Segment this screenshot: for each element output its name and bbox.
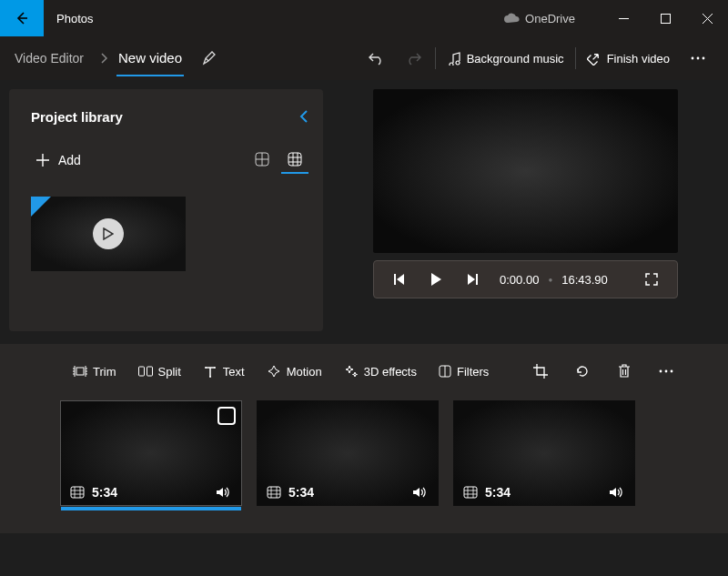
split-button[interactable]: Split — [129, 357, 190, 386]
split-icon — [138, 365, 153, 378]
storyboard-panel: Trim Split Text Motion 3D effects Filter… — [0, 344, 728, 533]
video-preview[interactable] — [373, 89, 678, 253]
svg-point-3 — [703, 57, 705, 60]
prev-frame-button[interactable] — [383, 261, 416, 298]
collapse-library-button[interactable] — [299, 110, 308, 123]
play-icon — [103, 227, 114, 240]
svg-point-15 — [660, 370, 662, 373]
grid-large-icon — [255, 152, 269, 167]
trim-button[interactable]: Trim — [64, 357, 126, 386]
maximize-button[interactable] — [644, 0, 686, 36]
undo-icon — [368, 51, 384, 66]
background-music-label: Background music — [467, 52, 564, 66]
svg-rect-20 — [464, 487, 477, 498]
chevron-right-icon — [100, 53, 107, 64]
rotate-button[interactable] — [563, 357, 602, 386]
prev-frame-icon — [393, 273, 406, 286]
next-frame-button[interactable] — [456, 261, 489, 298]
minimize-icon — [619, 14, 629, 24]
arrow-left-icon — [15, 11, 29, 25]
svg-rect-19 — [268, 487, 280, 498]
music-icon — [447, 51, 461, 66]
clip-duration: 5:34 — [92, 485, 117, 500]
play-button[interactable] — [420, 261, 452, 298]
svg-rect-8 — [76, 368, 84, 375]
time-separator: ● — [548, 276, 552, 284]
view-large-button[interactable] — [248, 147, 276, 174]
crop-icon — [533, 364, 548, 379]
add-label: Add — [58, 153, 81, 167]
trash-icon — [618, 364, 631, 379]
filmstrip-icon — [70, 486, 85, 499]
fullscreen-icon — [645, 273, 658, 286]
pencil-icon — [202, 51, 217, 66]
volume-icon — [609, 486, 625, 499]
storyboard-more-button[interactable] — [647, 357, 685, 386]
export-icon — [587, 51, 602, 66]
used-marker-icon — [31, 197, 51, 217]
svg-rect-5 — [288, 153, 301, 166]
minimize-button[interactable] — [602, 0, 644, 36]
text-icon — [203, 365, 217, 378]
rename-button[interactable] — [202, 51, 217, 66]
rotate-icon — [575, 364, 590, 379]
svg-rect-18 — [71, 487, 84, 498]
plus-icon — [36, 154, 49, 167]
library-clip-thumbnail[interactable] — [31, 197, 186, 271]
current-time: 0:00.00 — [500, 273, 539, 287]
svg-rect-7 — [476, 274, 478, 285]
redo-button[interactable] — [395, 36, 433, 80]
svg-point-12 — [214, 367, 216, 369]
selection-checkbox[interactable] — [217, 407, 236, 425]
finish-video-button[interactable]: Finish video — [578, 36, 679, 80]
motion-icon — [267, 364, 281, 379]
undo-button[interactable] — [357, 36, 395, 80]
more-icon — [659, 369, 673, 373]
svg-rect-10 — [147, 367, 152, 376]
storyboard-toolbar: Trim Split Text Motion 3D effects Filter… — [0, 351, 728, 391]
svg-rect-6 — [394, 274, 396, 285]
more-button[interactable] — [679, 36, 717, 80]
breadcrumb-root[interactable]: Video Editor — [15, 51, 84, 66]
clip-volume-button[interactable] — [412, 486, 429, 499]
text-button[interactable]: Text — [194, 357, 254, 386]
trim-icon — [73, 365, 87, 378]
3d-effects-button[interactable]: 3D effects — [335, 357, 426, 386]
svg-point-11 — [205, 367, 207, 369]
view-small-button[interactable] — [281, 147, 308, 174]
storyboard-clip[interactable]: 5:34 — [257, 400, 439, 506]
back-button[interactable] — [0, 0, 44, 36]
svg-rect-0 — [661, 14, 670, 23]
finish-video-label: Finish video — [607, 52, 670, 66]
maximize-icon — [661, 14, 671, 24]
redo-icon — [406, 51, 422, 66]
filters-button[interactable]: Filters — [430, 357, 498, 386]
filters-icon — [439, 365, 451, 378]
svg-point-1 — [692, 57, 694, 60]
editor-toolbar: Video Editor New video Background music … — [0, 36, 728, 80]
fullscreen-button[interactable] — [635, 261, 668, 298]
volume-icon — [412, 486, 429, 499]
background-music-button[interactable]: Background music — [438, 36, 573, 80]
title-bar: Photos OneDrive — [0, 0, 728, 36]
storyboard-clip[interactable]: 5:34 — [453, 400, 635, 506]
play-overlay — [93, 218, 124, 249]
clip-volume-button[interactable] — [609, 486, 625, 499]
clip-volume-button[interactable] — [216, 486, 232, 499]
svg-point-13 — [209, 376, 211, 378]
grid-small-icon — [288, 152, 302, 167]
sparkle-icon — [344, 364, 359, 379]
motion-button[interactable]: Motion — [258, 357, 331, 386]
crop-button[interactable] — [521, 357, 560, 386]
project-library-panel: Project library Add — [9, 89, 323, 331]
close-button[interactable] — [686, 0, 728, 36]
storyboard-clip[interactable]: 5:34 — [60, 400, 242, 506]
add-media-button[interactable]: Add — [36, 153, 81, 167]
onedrive-status[interactable]: OneDrive — [503, 12, 575, 25]
breadcrumb-current[interactable]: New video — [116, 41, 184, 76]
svg-rect-9 — [138, 367, 144, 376]
delete-button[interactable] — [605, 357, 643, 386]
cloud-icon — [503, 13, 520, 24]
volume-icon — [216, 486, 232, 499]
close-icon — [703, 14, 713, 24]
